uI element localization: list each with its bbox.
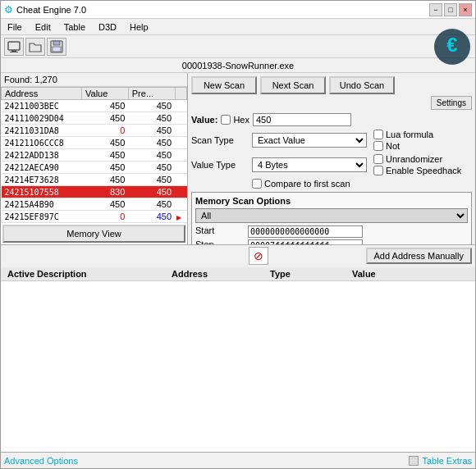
hex-checkbox[interactable] bbox=[221, 115, 231, 125]
scan-type-select[interactable]: Exact Value Bigger than... Smaller than.… bbox=[252, 133, 367, 148]
table-row[interactable]: 24215A4B90450450 bbox=[2, 198, 187, 211]
address-table-scroll[interactable]: Address Value Pre... 24211003BEC45045024… bbox=[1, 87, 187, 223]
cell-prev: 450 bbox=[128, 174, 175, 186]
maximize-button[interactable]: □ bbox=[444, 3, 457, 16]
cell-address: 241211O6CCC8 bbox=[2, 137, 82, 149]
cell-address: 241110029D04 bbox=[2, 112, 82, 125]
settings-button[interactable]: Settings bbox=[431, 96, 472, 110]
cell-value: 450 bbox=[82, 174, 129, 186]
compare-row: Compare to first scan bbox=[252, 179, 472, 189]
address-table: Address Value Pre... 24211003BEC45045024… bbox=[1, 87, 187, 223]
table-row[interactable]: 24214E73628450450 bbox=[2, 174, 187, 186]
cell-arrow bbox=[175, 112, 186, 125]
process-name: 00001938-SnowRunner.exe bbox=[182, 61, 294, 71]
main-area: Found: 1,270 Address Value Pre... 242110… bbox=[1, 73, 475, 244]
cell-address: 24212AECA90 bbox=[2, 162, 82, 174]
cell-value: 450 bbox=[82, 137, 129, 149]
table-row[interactable]: 241211O6CCC8450450 bbox=[2, 137, 187, 149]
cell-arrow bbox=[175, 198, 186, 211]
value-type-select[interactable]: Byte 2 Bytes 4 Bytes 8 Bytes Float Doubl… bbox=[252, 157, 367, 172]
cell-prev: 450 bbox=[128, 112, 175, 125]
lua-formula-check[interactable]: Lua formula bbox=[373, 130, 433, 139]
scan-options-select[interactable]: All bbox=[195, 208, 468, 223]
menu-d3d[interactable]: D3D bbox=[95, 21, 120, 33]
cell-value: 450 bbox=[82, 100, 129, 112]
menu-help[interactable]: Help bbox=[126, 21, 152, 33]
cell-arrow bbox=[175, 186, 186, 198]
cell-arrow bbox=[175, 137, 186, 149]
cell-prev: 450 bbox=[128, 162, 175, 174]
undo-scan-button[interactable]: Undo Scan bbox=[329, 76, 395, 94]
minimize-button[interactable]: − bbox=[429, 3, 442, 16]
svg-rect-2 bbox=[10, 52, 18, 52]
memory-view-button[interactable]: Memory View bbox=[2, 225, 185, 243]
cell-address: 24214E73628 bbox=[2, 174, 82, 186]
table-row[interactable]: 241110029D04450450 bbox=[2, 112, 187, 125]
menu-edit[interactable]: Edit bbox=[32, 21, 54, 33]
stop-icon: ⊘ bbox=[254, 249, 263, 262]
status-right: Table Extras bbox=[409, 456, 472, 466]
cell-address: 24211031DA8 bbox=[2, 125, 82, 137]
save-button[interactable] bbox=[47, 38, 66, 56]
menu-file[interactable]: File bbox=[4, 21, 25, 33]
unrandomizer-check[interactable]: Unrandomizer bbox=[373, 154, 461, 164]
title-bar: ⚙ Cheat Engine 7.0 − □ × bbox=[1, 1, 475, 19]
status-advanced[interactable]: Advanced Options bbox=[4, 456, 78, 466]
process-bar: 00001938-SnowRunner.exe bbox=[1, 58, 475, 73]
value-input[interactable] bbox=[253, 113, 351, 126]
svg-rect-4 bbox=[53, 41, 60, 45]
open-process-button[interactable] bbox=[4, 38, 24, 56]
new-scan-button[interactable]: New Scan bbox=[191, 76, 257, 94]
stop-label: Stop bbox=[195, 239, 245, 244]
close-button[interactable]: × bbox=[459, 3, 472, 16]
cell-value: 450 bbox=[82, 149, 129, 162]
cell-arrow: ▶ bbox=[175, 211, 186, 223]
cell-arrow bbox=[175, 162, 186, 174]
value-type-label: Value Type bbox=[191, 160, 249, 170]
cell-value: 450 bbox=[82, 112, 129, 125]
scan-options-box: Memory Scan Options All Start Stop Writa… bbox=[191, 192, 472, 244]
stop-button[interactable]: ⊘ bbox=[249, 247, 268, 265]
compare-first-check[interactable]: Compare to first scan bbox=[252, 179, 350, 189]
add-address-button[interactable]: Add Address Manually bbox=[366, 248, 472, 264]
table-row[interactable]: 24215EF897C0450▶ bbox=[2, 211, 187, 223]
cell-prev: 450 bbox=[128, 100, 175, 112]
lower-col-type: Type bbox=[267, 268, 349, 280]
title-bar-controls: − □ × bbox=[429, 3, 472, 16]
col-header-prev: Pre... bbox=[128, 88, 175, 100]
scan-range-grid: Start Stop bbox=[195, 225, 468, 244]
menu-table[interactable]: Table bbox=[61, 21, 89, 33]
next-scan-button[interactable]: Next Scan bbox=[260, 76, 326, 94]
cell-address: 24211003BEC bbox=[2, 100, 82, 112]
table-row[interactable]: 24212ADD138450450 bbox=[2, 149, 187, 162]
start-input[interactable] bbox=[248, 225, 363, 238]
cell-value: 0 bbox=[82, 211, 129, 223]
scan-type-row: Scan Type Exact Value Bigger than... Sma… bbox=[191, 130, 472, 151]
cell-address: 24215EF897C bbox=[2, 211, 82, 223]
not-check[interactable]: Not bbox=[373, 141, 433, 151]
value-label: Value: bbox=[191, 115, 217, 125]
cell-prev: 450 bbox=[128, 186, 175, 198]
cell-value: 450 bbox=[82, 162, 129, 174]
svg-rect-1 bbox=[11, 50, 16, 52]
col-header-value: Value bbox=[82, 88, 129, 100]
ce-logo: € bbox=[433, 27, 472, 66]
table-row[interactable]: 24215107558830450 bbox=[2, 186, 187, 198]
cell-arrow bbox=[175, 174, 186, 186]
cell-value: 450 bbox=[82, 198, 129, 211]
open-file-button[interactable] bbox=[25, 38, 45, 56]
table-row[interactable]: 24211003BEC450450 bbox=[2, 100, 187, 112]
status-bar: Advanced Options Table Extras bbox=[1, 452, 475, 468]
left-panel: Found: 1,270 Address Value Pre... 242110… bbox=[1, 73, 188, 244]
toolbar: € bbox=[1, 35, 475, 58]
table-row[interactable]: 24211031DA80450 bbox=[2, 125, 187, 137]
cell-prev: 450 bbox=[128, 211, 175, 223]
cell-arrow bbox=[175, 149, 186, 162]
status-indicator bbox=[409, 456, 419, 466]
speedhack-check[interactable]: Enable Speedhack bbox=[373, 166, 461, 175]
table-row[interactable]: 24212AECA90450450 bbox=[2, 162, 187, 174]
stop-input[interactable] bbox=[248, 239, 363, 244]
menu-bar: File Edit Table D3D Help bbox=[1, 19, 475, 35]
cell-prev: 450 bbox=[128, 149, 175, 162]
status-table-extras[interactable]: Table Extras bbox=[422, 456, 472, 466]
